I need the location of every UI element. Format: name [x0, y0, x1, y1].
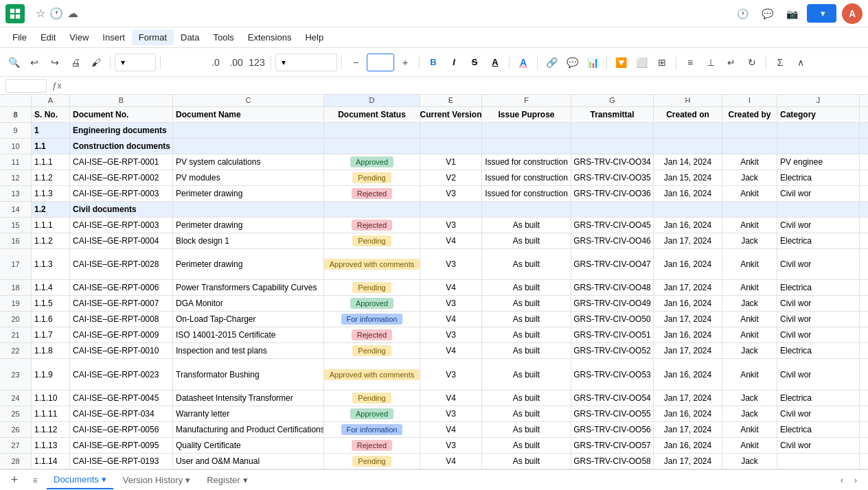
menu-view[interactable]: View: [62, 30, 95, 45]
cell[interactable]: CAI-ISE–GE-RPT-034: [70, 406, 173, 421]
font-size-increase-btn[interactable]: +: [396, 53, 415, 72]
cell[interactable]: Rejected: [324, 186, 420, 201]
cell[interactable]: As built: [482, 359, 571, 390]
cell[interactable]: Civil wor: [777, 218, 860, 233]
redo-btn[interactable]: ↪: [45, 53, 65, 72]
sheet-list-btn[interactable]: ≡: [26, 471, 44, 489]
cell[interactable]: Warranty letter: [173, 406, 324, 421]
cell[interactable]: GRS-TRV-CIV-OO47: [571, 249, 654, 280]
cell[interactable]: [173, 202, 324, 217]
cell[interactable]: [482, 202, 571, 217]
menu-tools[interactable]: Tools: [206, 30, 240, 45]
cell[interactable]: 1.1.7: [32, 327, 70, 342]
cell[interactable]: GRS-TRV-CIV-OO51: [571, 327, 654, 342]
cell[interactable]: As built: [482, 233, 571, 248]
cell[interactable]: For information: [324, 312, 420, 327]
cell[interactable]: V4: [420, 312, 482, 327]
menu-edit[interactable]: Edit: [34, 30, 62, 45]
cell[interactable]: [420, 202, 482, 217]
cell[interactable]: On-Load Tap-Charger: [173, 312, 324, 327]
col-header-i[interactable]: I: [722, 95, 777, 106]
cell[interactable]: As built: [482, 438, 571, 453]
cell[interactable]: GRS-TRV-CIV-OO56: [571, 422, 654, 437]
cell[interactable]: 1.1.4: [32, 280, 70, 295]
cell[interactable]: V1: [420, 154, 482, 170]
borders-btn[interactable]: ⬜: [632, 53, 651, 72]
currency-btn[interactable]: [165, 53, 184, 72]
col-header-a[interactable]: A: [32, 95, 70, 106]
row-number[interactable]: 11: [0, 154, 32, 170]
menu-format[interactable]: Format: [132, 30, 174, 45]
cell[interactable]: As built: [482, 296, 571, 311]
cell[interactable]: CAI-ISE–GE-RPT-0001: [70, 154, 173, 170]
cell[interactable]: 1.1.13: [32, 438, 70, 453]
cell[interactable]: Civil wor: [777, 438, 860, 453]
cell[interactable]: Electrica: [777, 170, 860, 185]
cell[interactable]: Civil wor: [777, 327, 860, 342]
cell[interactable]: Ankit: [722, 218, 777, 233]
cell[interactable]: V4: [420, 343, 482, 358]
cell[interactable]: V3: [420, 296, 482, 311]
cell[interactable]: 1.1.8: [32, 343, 70, 358]
cell[interactable]: Jan 17, 2024: [654, 233, 722, 248]
row-number[interactable]: 9: [0, 123, 32, 138]
cell[interactable]: Inspection and test plans: [173, 343, 324, 358]
star-icon[interactable]: ☆: [36, 7, 45, 20]
undo-btn[interactable]: ↩: [25, 53, 44, 72]
cell[interactable]: [654, 139, 722, 154]
meet-btn[interactable]: 📷: [782, 4, 801, 23]
sigma-btn[interactable]: Σ: [770, 53, 790, 72]
menu-extensions[interactable]: Extensions: [241, 30, 299, 45]
cell[interactable]: Jan 16, 2024: [654, 359, 722, 390]
cell[interactable]: Electrica: [777, 233, 860, 248]
cell[interactable]: PV modules: [173, 170, 324, 185]
cell[interactable]: CAI-ISE–GE-RPT-0095: [70, 438, 173, 453]
cell[interactable]: Jan 17, 2024: [654, 280, 722, 295]
cell[interactable]: Ankit: [722, 312, 777, 327]
cell[interactable]: Approved: [324, 406, 420, 421]
print-btn[interactable]: 🖨: [66, 53, 85, 72]
cell[interactable]: V3: [420, 249, 482, 280]
cell[interactable]: [571, 139, 654, 154]
cell[interactable]: Jan 16, 2024: [654, 218, 722, 233]
cell[interactable]: CAI-ISE–GE-RPT-0002: [70, 170, 173, 185]
valign-btn[interactable]: ⊥: [701, 53, 720, 72]
cell[interactable]: [324, 139, 420, 154]
cell[interactable]: Jan 16, 2024: [654, 406, 722, 421]
cell[interactable]: Jan 16, 2024: [654, 249, 722, 280]
tab-documents[interactable]: Documents ▾: [47, 471, 113, 489]
cell[interactable]: Jan 16, 2024: [654, 327, 722, 342]
row-number[interactable]: 22: [0, 343, 32, 358]
zoom-dropdown[interactable]: ▾: [115, 54, 156, 71]
cell[interactable]: [173, 123, 324, 138]
cell[interactable]: Civil wor: [777, 249, 860, 280]
row-number[interactable]: 19: [0, 296, 32, 311]
cell[interactable]: CAI-ISE–GE-RPT-0009: [70, 327, 173, 342]
cell[interactable]: As built: [482, 218, 571, 233]
cell[interactable]: [722, 202, 777, 217]
cell[interactable]: CAI-ISE–GE-RPT-0003: [70, 186, 173, 201]
cell[interactable]: Issued for construction: [482, 186, 571, 201]
cell[interactable]: 1.1: [32, 139, 70, 154]
row-number[interactable]: 24: [0, 390, 32, 406]
cell[interactable]: Jan 17, 2024: [654, 312, 722, 327]
cell[interactable]: Jan 14, 2024: [654, 154, 722, 170]
cell[interactable]: Pending: [324, 233, 420, 248]
cell[interactable]: [654, 202, 722, 217]
cell[interactable]: Quality Certificate: [173, 438, 324, 453]
cell[interactable]: Pending: [324, 454, 420, 469]
cell[interactable]: [777, 123, 860, 138]
cell[interactable]: Ankit: [722, 359, 777, 390]
cell[interactable]: [777, 139, 860, 154]
cell[interactable]: [482, 123, 571, 138]
row-number[interactable]: 25: [0, 406, 32, 421]
cell[interactable]: Perimeter drawing: [173, 186, 324, 201]
cell[interactable]: 1.1.3: [32, 249, 70, 280]
share-button[interactable]: ▾: [807, 4, 836, 23]
cell[interactable]: [777, 454, 860, 469]
cell[interactable]: Jan 16, 2024: [654, 438, 722, 453]
row-number[interactable]: 16: [0, 233, 32, 248]
cell[interactable]: 1: [32, 123, 70, 138]
cell[interactable]: [571, 123, 654, 138]
col-header-d[interactable]: D: [324, 95, 420, 106]
